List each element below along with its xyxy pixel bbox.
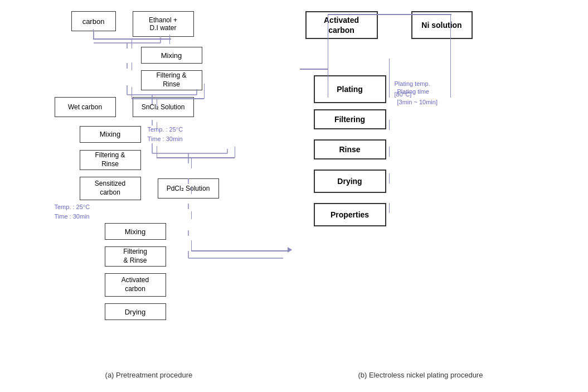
carbon-box: carbon [71, 11, 116, 31]
filtering2-box: Filtering & Rinse [80, 150, 141, 170]
ni-solution-box: Ni solution [411, 11, 473, 39]
activated-box: Activated carbon [105, 273, 166, 297]
left-caption: (a) Pretreatment procedure [105, 371, 193, 379]
wet-carbon-box: Wet carbon [55, 97, 116, 117]
left-diagram: carbon Ethanol + D.I water Mixing Filter… [49, 8, 289, 365]
right-diagram: Activated carbon Ni solution Plating Pla… [300, 8, 540, 365]
ethanol-box: Ethanol + D.I water [133, 11, 194, 37]
right-caption: (b) Electroless nickel plating procedure [358, 371, 483, 379]
diagram-container: carbon Ethanol + D.I water Mixing Filter… [11, 6, 577, 365]
plating-box: Plating [314, 75, 386, 103]
right-drying-box: Drying [314, 170, 386, 193]
mixing1-box: Mixing [141, 47, 202, 64]
filtering1-box: Filtering & Rinse [141, 70, 202, 90]
sensitized-box: Sensitized carbon [80, 177, 141, 200]
right-activated-box: Activated carbon [305, 11, 378, 39]
properties-box: Properties [314, 203, 386, 226]
captions-row: (a) Pretreatment procedure (b) Electrole… [11, 365, 577, 379]
right-filtering-box: Filtering [314, 109, 386, 129]
filtering3-box: Filtering & Rinse [105, 246, 166, 267]
temp1-annotation: Temp. : 25°C Time : 30min [148, 125, 183, 143]
drying-box: Drying [105, 303, 166, 320]
mixing2-box: Mixing [80, 126, 141, 143]
temp2-annotation: Temp. : 25°C Time : 30min [49, 202, 289, 221]
plating-time-annotation: Plating time [3min ~ 10min] [397, 86, 540, 107]
pdcl2-box: PdCl₂ Solution [158, 178, 219, 199]
mixing3-box: Mixing [105, 223, 166, 240]
rinse-box: Rinse [314, 139, 386, 159]
sncl2-box: SnCl₂ Solution [133, 97, 194, 117]
